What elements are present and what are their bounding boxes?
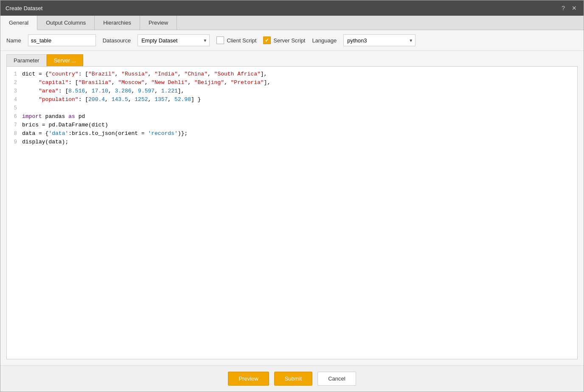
code-line-1: 1 dict = {"country": ["Brazil", "Russia"… <box>10 70 574 78</box>
close-button[interactable]: ✕ <box>570 4 578 12</box>
title-bar-actions: ? ✕ <box>560 4 578 12</box>
code-line-8: 8 data = {'data':brics.to_json(orient = … <box>10 129 574 138</box>
language-select[interactable]: python3 <box>343 34 416 46</box>
language-select-wrapper: python3 ▼ <box>343 34 416 46</box>
datasource-select[interactable]: Empty Dataset <box>138 34 210 46</box>
cancel-button[interactable]: Cancel <box>317 372 356 386</box>
datasource-select-wrapper: Empty Dataset ▼ <box>138 34 210 46</box>
tab-output-columns[interactable]: Output Columns <box>37 16 95 30</box>
datasource-label: Datasource <box>103 37 131 44</box>
dialog-title: Create Dataset <box>6 5 42 11</box>
footer: Preview Submit Cancel <box>0 365 584 392</box>
server-script-label: Server Script <box>273 37 305 44</box>
name-input[interactable] <box>28 34 96 46</box>
client-script-label: Client Script <box>227 37 256 44</box>
main-tabs: General Output Columns Hierarchies Previ… <box>0 16 584 30</box>
tab-hierarchies[interactable]: Hierarchies <box>95 16 140 30</box>
tab-general[interactable]: General <box>0 16 37 30</box>
sub-tabs: Parameter Server ... <box>0 51 584 66</box>
preview-button[interactable]: Preview <box>228 372 269 386</box>
server-script-checkbox[interactable] <box>263 36 271 44</box>
submit-button[interactable]: Submit <box>274 372 312 386</box>
code-line-9: 9 display(data); <box>10 138 574 146</box>
client-script-group: Client Script <box>216 36 256 44</box>
help-button[interactable]: ? <box>560 4 567 12</box>
sub-tab-parameter[interactable]: Parameter <box>6 54 47 66</box>
name-label: Name <box>6 37 21 44</box>
code-line-5: 5 <box>10 104 574 112</box>
code-editor[interactable]: 1 dict = {"country": ["Brazil", "Russia"… <box>6 66 578 359</box>
code-line-2: 2 "capital": ["Brasilia", "Moscow", "New… <box>10 78 574 87</box>
tab-preview[interactable]: Preview <box>140 16 177 30</box>
code-line-3: 3 "area": [8.516, 17.10, 3.286, 9.597, 1… <box>10 87 574 95</box>
toolbar: Name Datasource Empty Dataset ▼ Client S… <box>0 30 584 51</box>
sub-tab-server[interactable]: Server ... <box>47 54 84 66</box>
code-line-4: 4 "population": [200.4, 143.5, 1252, 135… <box>10 95 574 104</box>
create-dataset-dialog: Create Dataset ? ✕ General Output Column… <box>0 0 584 392</box>
code-line-6: 6 import pandas as pd <box>10 112 574 121</box>
language-label: Language <box>312 37 337 44</box>
code-content: 1 dict = {"country": ["Brazil", "Russia"… <box>7 67 577 150</box>
server-script-group: Server Script <box>263 36 305 44</box>
code-line-7: 7 brics = pd.DataFrame(dict) <box>10 121 574 129</box>
title-bar: Create Dataset ? ✕ <box>0 0 584 16</box>
client-script-checkbox[interactable] <box>216 36 224 44</box>
